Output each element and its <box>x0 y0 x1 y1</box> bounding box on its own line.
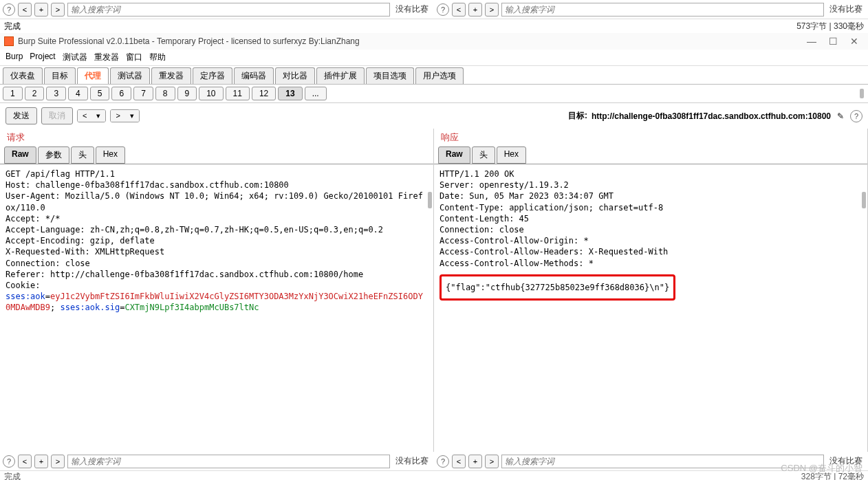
response-subtabs: Raw头Hex <box>434 146 867 164</box>
sub-tab[interactable]: Hex <box>497 146 526 164</box>
main-tab[interactable]: 对比器 <box>275 67 315 84</box>
menu-item[interactable]: 测试器 <box>63 52 87 63</box>
add-button[interactable]: + <box>468 3 482 17</box>
next-button[interactable]: > <box>51 3 65 17</box>
history-nav[interactable]: >▾ <box>110 109 139 122</box>
no-match-label: 没有比赛 <box>393 455 431 467</box>
response-line: Access-Control-Allow-Methods: * <box>440 258 862 269</box>
response-content[interactable]: HTTP/1.1 200 OKServer: openresty/1.19.3.… <box>434 164 867 452</box>
main-tab[interactable]: 目标 <box>44 67 76 84</box>
help-icon[interactable]: ? <box>850 110 862 122</box>
search-input-bottom-left[interactable] <box>67 455 390 468</box>
main-tab[interactable]: 项目选项 <box>366 67 414 84</box>
next-button[interactable]: > <box>51 455 65 468</box>
add-button[interactable]: + <box>34 455 48 468</box>
request-panel-title: 请求 <box>0 129 433 146</box>
request-content[interactable]: GET /api/flag HTTP/1.1Host: challenge-0f… <box>0 164 433 452</box>
main-tab[interactable]: 编码器 <box>234 67 274 84</box>
num-tab[interactable]: 6 <box>111 87 131 100</box>
response-line: Access-Control-Allow-Origin: * <box>440 235 862 246</box>
sub-tab[interactable]: Raw <box>4 146 36 164</box>
response-line: Connection: close <box>440 224 862 235</box>
cookie-value: CXTmjN9Lpf3I4abpmMcUBs7ltNc <box>124 303 259 312</box>
add-button[interactable]: + <box>34 3 48 17</box>
no-match-label: 没有比赛 <box>393 3 431 15</box>
main-tab[interactable]: 代理 <box>77 67 109 84</box>
num-tab[interactable]: 1 <box>3 87 23 100</box>
history-nav[interactable]: <▾ <box>77 109 106 122</box>
request-line: Accept: */* <box>6 213 428 224</box>
minimize-button[interactable]: — <box>807 36 816 47</box>
menu-item[interactable]: Project <box>30 52 55 63</box>
prev-button[interactable]: < <box>18 3 32 17</box>
sub-tab[interactable]: 头 <box>472 146 495 164</box>
num-tab[interactable]: 8 <box>155 87 175 100</box>
response-body-highlight: {"flag":"ctfhub{327725b85023e9ff368d8036… <box>440 274 675 301</box>
response-line: Server: openresty/1.19.3.2 <box>440 179 862 190</box>
main-tab[interactable]: 定序器 <box>193 67 232 84</box>
search-input-top-right[interactable] <box>501 3 824 17</box>
next-button[interactable]: > <box>485 3 499 17</box>
num-tab[interactable]: 13 <box>278 87 302 100</box>
search-input-bottom-right[interactable] <box>501 455 824 468</box>
target-url: http://challenge-0fba308f1ff17dac.sandbo… <box>592 111 831 121</box>
num-tab[interactable]: 11 <box>226 87 250 100</box>
close-button[interactable]: ✕ <box>850 36 858 47</box>
search-input-top-left[interactable] <box>67 3 390 17</box>
add-button[interactable]: + <box>468 455 482 468</box>
num-tab[interactable]: 12 <box>252 87 276 100</box>
maximize-button[interactable]: ☐ <box>829 36 838 47</box>
no-match-label: 没有比赛 <box>827 3 865 15</box>
prev-button[interactable]: < <box>452 455 466 468</box>
status-done: 完成 <box>4 471 801 480</box>
main-tab[interactable]: 重发器 <box>151 67 191 84</box>
num-tab[interactable]: 4 <box>68 87 88 100</box>
window-title: Burp Suite Professional v2.0.11beta - Te… <box>18 36 807 46</box>
num-tab[interactable]: 10 <box>199 87 223 100</box>
num-tab[interactable]: ... <box>305 87 327 100</box>
menu-item[interactable]: Burp <box>6 52 23 63</box>
response-line: Content-Length: 45 <box>440 213 862 224</box>
prev-button[interactable]: < <box>18 455 32 468</box>
request-line: Referer: http://challenge-0fba308f1ff17d… <box>6 269 428 280</box>
request-line: Accept-Language: zh-CN,zh;q=0.8,zh-TW;q=… <box>6 224 428 235</box>
main-tab[interactable]: 仪表盘 <box>3 67 43 84</box>
burp-logo-icon <box>4 36 14 46</box>
response-line: Content-Type: application/json; charset=… <box>440 202 862 213</box>
num-tab[interactable]: 9 <box>177 87 197 100</box>
num-tab[interactable]: 7 <box>133 87 153 100</box>
main-tab[interactable]: 用户选项 <box>415 67 464 84</box>
menu-item[interactable]: 重发器 <box>94 52 119 63</box>
response-panel-title: 响应 <box>434 129 867 146</box>
num-tab[interactable]: 3 <box>46 87 66 100</box>
scrollbar[interactable] <box>862 192 866 208</box>
request-line: Connection: close <box>6 258 428 269</box>
watermark: CSDN @奋斗的小智 <box>781 462 862 474</box>
num-tab[interactable]: 2 <box>25 87 45 100</box>
menu-item[interactable]: 窗口 <box>126 52 142 63</box>
help-icon[interactable]: ? <box>3 3 15 16</box>
scrollbar[interactable] <box>428 192 432 208</box>
cancel-button[interactable]: 取消 <box>41 107 73 124</box>
request-line: Accept-Encoding: gzip, deflate <box>6 235 428 246</box>
response-line: Access-Control-Allow-Headers: X-Requeste… <box>440 246 862 257</box>
response-line: HTTP/1.1 200 OK <box>440 168 862 179</box>
main-tab[interactable]: 测试器 <box>110 67 150 84</box>
request-line: User-Agent: Mozilla/5.0 (Windows NT 10.0… <box>6 190 428 212</box>
prev-button[interactable]: < <box>452 3 466 17</box>
main-tab[interactable]: 插件扩展 <box>316 67 365 84</box>
help-icon[interactable]: ? <box>437 455 449 468</box>
tabs-scrollbar[interactable] <box>860 89 864 98</box>
next-button[interactable]: > <box>485 455 499 468</box>
status-done: 完成 <box>4 21 796 32</box>
sub-tab[interactable]: 头 <box>71 146 94 164</box>
help-icon[interactable]: ? <box>3 455 15 468</box>
menu-item[interactable]: 帮助 <box>149 52 166 63</box>
send-button[interactable]: 发送 <box>6 107 37 124</box>
sub-tab[interactable]: Hex <box>96 146 125 164</box>
help-icon[interactable]: ? <box>437 3 449 16</box>
sub-tab[interactable]: Raw <box>438 146 470 164</box>
sub-tab[interactable]: 参数 <box>38 146 69 164</box>
edit-target-icon[interactable]: ✎ <box>835 111 846 122</box>
num-tab[interactable]: 5 <box>90 87 110 100</box>
